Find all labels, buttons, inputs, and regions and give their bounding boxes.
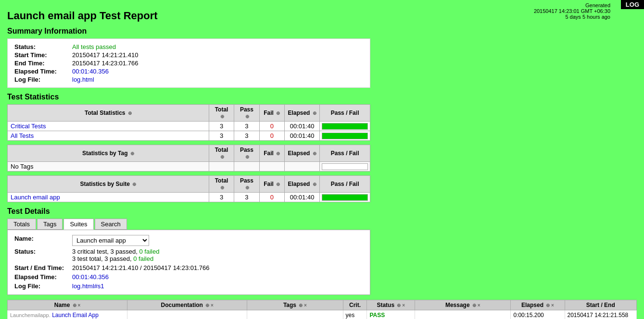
sort-icon-suite-elapsed[interactable]: ⊕ (313, 182, 316, 187)
log-label: LOG (626, 1, 639, 8)
summary-section-title: Summary Information (7, 27, 637, 36)
no-tags-bar (322, 163, 368, 170)
sort-icon-elapsed[interactable]: ⊕ (313, 110, 316, 116)
sort-icon-suite[interactable]: ⊕ (132, 182, 136, 187)
pass-bar-fill (322, 133, 367, 139)
no-tags-name: No Tags (8, 162, 209, 172)
details-logfile-label: Log File: (13, 282, 70, 291)
sort-icon-tag-pass[interactable]: ⊕ (245, 154, 249, 160)
sort-elapsed-icon[interactable]: ⊕ × (546, 303, 554, 308)
tab-search[interactable]: Search (95, 219, 127, 230)
no-tags-row: No Tags (8, 162, 370, 172)
details-tabs: Totals Tags Suites Search (7, 219, 637, 230)
tab-tags[interactable]: Tags (37, 219, 63, 230)
results-col-elapsed: Elapsed ⊕ × (511, 300, 565, 310)
sort-icon[interactable]: ⊕ (128, 110, 132, 116)
total-stats-header: Total Statistics ⊕ (8, 105, 209, 122)
sort-icon-tag[interactable]: ⊕ (130, 151, 134, 156)
tag-col-total: Total ⊕ (209, 145, 234, 162)
pass-bar (322, 133, 368, 139)
tag-col-elapsed: Elapsed ⊕ (284, 145, 319, 162)
results-col-startend: Start / End (565, 300, 637, 310)
sort-icon-tag-elapsed[interactable]: ⊕ (313, 151, 316, 156)
logfile-link[interactable]: log.html (72, 76, 94, 83)
result-prefix: Launchemailapp. (10, 312, 51, 318)
col-elapsed: Elapsed ⊕ (284, 105, 319, 122)
results-table: Name ⊕ × Documentation ⊕ × Tags ⊕ × Crit… (7, 300, 637, 319)
suite-col-pass: Pass ⊕ (234, 176, 259, 193)
sort-icon-suite-pass[interactable]: ⊕ (245, 185, 249, 190)
sort-icon-total[interactable]: ⊕ (220, 114, 224, 119)
stat-name-link[interactable]: All Tests (11, 132, 34, 139)
suite-col-total: Total ⊕ (209, 176, 234, 193)
sort-status-icon[interactable]: ⊕ × (397, 303, 405, 308)
details-startend-value: 20150417 14:21:21.410 / 20150417 14:23:0… (70, 263, 365, 272)
end-value: 20150417 14:23:01.766 (70, 59, 365, 67)
col-total: Total ⊕ (209, 105, 234, 122)
tag-col-fail: Fail ⊕ (259, 145, 284, 162)
results-col-tags: Tags ⊕ × (247, 300, 343, 310)
details-status-line2: 3 test total, 3 passed, 0 failed (72, 255, 363, 262)
result-status: PASS (367, 310, 415, 319)
start-label: Start Time: (13, 51, 70, 59)
suite-col-pf: Pass / Fail (320, 176, 370, 193)
tab-totals[interactable]: Totals (7, 219, 36, 230)
tag-stats-table: Statistics by Tag ⊕ Total ⊕ Pass ⊕ Fail … (7, 145, 370, 172)
pass-bar-fill (322, 123, 367, 129)
sort-icon-fail[interactable]: ⊕ (276, 110, 280, 116)
table-row: Critical Tests 3 3 0 00:01:40 (8, 122, 370, 131)
generated-label: Generated (534, 2, 610, 8)
generated-info: Generated 20150417 14:23:01 GMT +06:30 5… (534, 2, 615, 20)
end-label: End Time: (13, 59, 70, 67)
results-col-status: Status ⊕ × (367, 300, 415, 310)
elapsed-value: 00:01:40.356 (70, 67, 365, 75)
elapsed-label: Elapsed Time: (13, 67, 70, 75)
col-pass: Pass ⊕ (234, 105, 259, 122)
result-tags (247, 310, 343, 319)
suite-name-dropdown[interactable]: Launch email app (72, 235, 149, 246)
results-col-name: Name ⊕ × (8, 300, 127, 310)
sort-name-icon[interactable]: ⊕ × (73, 303, 81, 308)
sort-icon-tag-total[interactable]: ⊕ (220, 154, 224, 160)
sort-icon-pass[interactable]: ⊕ (245, 114, 249, 119)
details-name-label: Name: (13, 234, 70, 247)
table-row: All Tests 3 3 0 00:01:40 (8, 131, 370, 141)
status-value: All tests passed (72, 43, 116, 50)
status-label: Status: (13, 43, 70, 51)
result-doc (127, 310, 247, 319)
col-fail: Fail ⊕ (259, 105, 284, 122)
tag-stats-header: Statistics by Tag ⊕ (8, 145, 209, 162)
start-value: 20150417 14:21:21.410 (70, 51, 365, 59)
details-startend-label: Start / End Time: (13, 263, 70, 272)
details-elapsed-value: 00:01:40.356 (70, 272, 365, 282)
result-crit: yes (343, 310, 367, 319)
details-logfile-link[interactable]: log.html#s1 (72, 282, 104, 290)
generated-ago: 5 days 5 hours ago (534, 14, 610, 20)
statistics-section-title: Test Statistics (7, 93, 637, 101)
col-pf: Pass / Fail (320, 105, 370, 122)
pass-bar-suite (322, 194, 368, 201)
results-col-doc: Documentation ⊕ × (127, 300, 247, 310)
generated-date: 20150417 14:23:01 GMT +06:30 (534, 8, 610, 14)
sort-msg-icon[interactable]: ⊕ × (472, 303, 480, 308)
results-col-crit: Crit. (343, 300, 367, 310)
details-info-box: Name: Launch email app Status: 3 critica… (7, 230, 370, 295)
table-row: Launch email app 3 3 0 00:01:40 (8, 193, 370, 202)
table-row: Launchemailapp. Launch Email App yes PAS… (8, 310, 637, 319)
suite-name-link[interactable]: Launch email app (11, 194, 60, 201)
stat-name-link[interactable]: Critical Tests (11, 123, 46, 130)
tab-suites[interactable]: Suites (63, 219, 93, 230)
sort-doc-icon[interactable]: ⊕ × (205, 303, 214, 308)
result-name-link[interactable]: Launch Email App (52, 312, 99, 319)
result-startend: 20150417 14:21:21.55820150417 14:21:36.7… (565, 310, 637, 319)
sort-icon-tag-fail[interactable]: ⊕ (276, 151, 280, 156)
sort-tags-icon[interactable]: ⊕ × (299, 303, 307, 308)
log-button[interactable]: LOG (621, 0, 644, 9)
sort-icon-suite-fail[interactable]: ⊕ (276, 182, 280, 187)
pass-bar-suite-fill (322, 195, 367, 200)
suite-stats-table: Statistics by Suite ⊕ Total ⊕ Pass ⊕ Fai… (7, 175, 370, 202)
sort-icon-suite-total[interactable]: ⊕ (220, 185, 224, 190)
pass-bar (322, 123, 368, 130)
test-details-title: Test Details (7, 207, 637, 216)
tag-col-pf: Pass / Fail (320, 145, 370, 162)
